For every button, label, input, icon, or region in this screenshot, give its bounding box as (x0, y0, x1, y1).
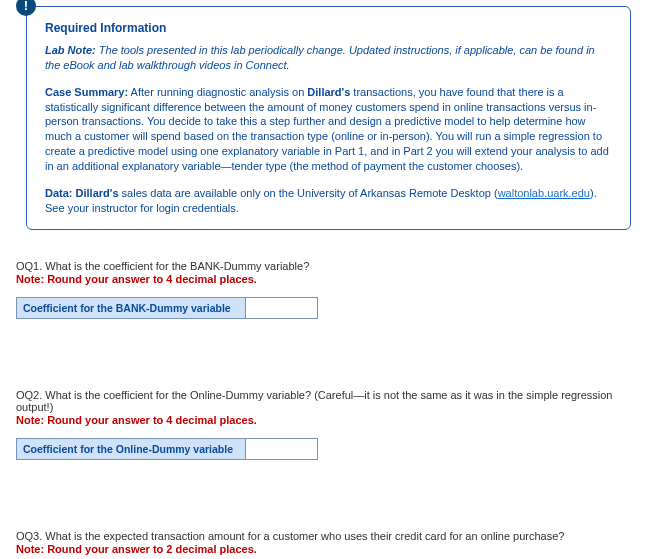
question-1-answer-input[interactable] (246, 297, 318, 319)
question-2: OQ2. What is the coefficient for the Onl… (16, 389, 631, 460)
required-information-card: ! Required Information Lab Note: The too… (26, 6, 631, 230)
case-summary-text-1: After running diagnostic analysis on (128, 86, 307, 98)
question-2-answer-input[interactable] (246, 438, 318, 460)
lab-note-label: Lab Note: (45, 44, 96, 56)
question-3-prompt: OQ3. What is the expected transaction am… (16, 530, 631, 542)
question-1-answer-row: Coefficient for the BANK-Dummy variable (16, 297, 631, 319)
question-2-answer-row: Coefficient for the Online-Dummy variabl… (16, 438, 631, 460)
data-text-1: sales data are available only on the Uni… (119, 187, 498, 199)
question-1-note: Note: Round your answer to 4 decimal pla… (16, 273, 631, 285)
data-link[interactable]: waltonlab.uark.edu (498, 187, 590, 199)
question-2-answer-label: Coefficient for the Online-Dummy variabl… (16, 438, 246, 460)
question-2-prompt: OQ2. What is the coefficient for the Onl… (16, 389, 631, 413)
lab-note-text: The tools presented in this lab periodic… (45, 44, 595, 71)
case-summary-company: Dillard's (307, 86, 350, 98)
data-block: Data: Dillard's sales data are available… (45, 186, 612, 216)
question-1: OQ1. What is the coefficient for the BAN… (16, 260, 631, 319)
case-summary-text-2: transactions, you have found that there … (45, 86, 609, 172)
question-2-note: Note: Round your answer to 4 decimal pla… (16, 414, 631, 426)
question-3-note: Note: Round your answer to 2 decimal pla… (16, 543, 631, 555)
case-summary: Case Summary: After running diagnostic a… (45, 85, 612, 174)
question-3: OQ3. What is the expected transaction am… (16, 530, 631, 559)
info-badge-icon: ! (16, 0, 36, 16)
lab-note: Lab Note: The tools presented in this la… (45, 43, 612, 73)
question-1-prompt: OQ1. What is the coefficient for the BAN… (16, 260, 631, 272)
required-information-title: Required Information (45, 21, 612, 35)
question-1-answer-label: Coefficient for the BANK-Dummy variable (16, 297, 246, 319)
data-label: Data: Dillard's (45, 187, 119, 199)
case-summary-label: Case Summary: (45, 86, 128, 98)
